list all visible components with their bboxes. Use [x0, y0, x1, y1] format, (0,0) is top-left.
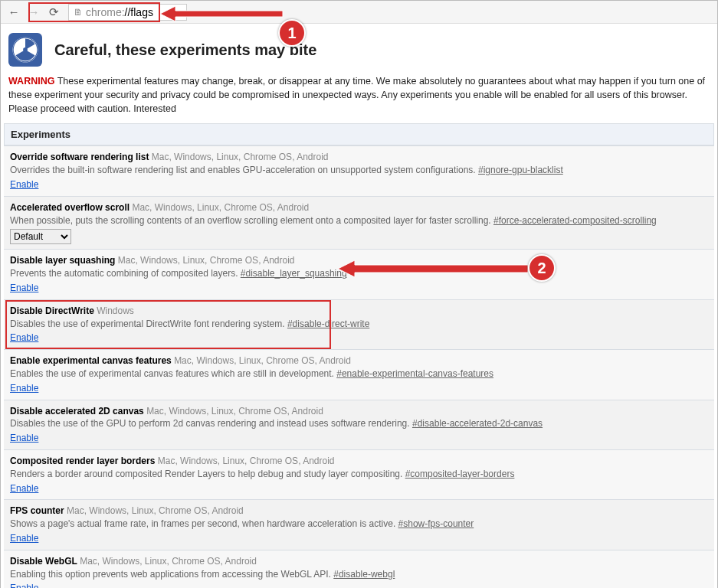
radiation-icon: [8, 33, 42, 67]
experiment-item: Composited render layer borders Mac, Win…: [4, 449, 714, 499]
page-icon: 🗎: [74, 7, 83, 18]
flag-anchor[interactable]: #disable-direct-write: [287, 318, 369, 329]
experiment-title: Disable WebGL: [10, 556, 77, 567]
enable-link[interactable]: Enable: [10, 482, 38, 495]
enable-link[interactable]: Enable: [10, 432, 38, 445]
reload-button[interactable]: ⟳: [45, 4, 62, 21]
experiment-title: Override software rendering list: [10, 152, 149, 162]
url-path: //flags: [125, 6, 153, 18]
annotation-arrow-1: [160, 6, 290, 37]
experiment-item: Disable DirectWrite Windows Disables the…: [4, 299, 714, 349]
warning-text: These experimental features may change, …: [8, 76, 705, 114]
annotation-arrow-2: [338, 259, 529, 279]
experiment-desc: Enables the use of experimental canvas f…: [10, 368, 708, 381]
experiment-title: Disable accelerated 2D canvas: [10, 406, 144, 416]
svg-marker-0: [160, 6, 283, 21]
experiment-title: Enable experimental canvas features: [10, 355, 172, 366]
experiment-platforms: Mac, Windows, Linux, Chrome OS, Android: [67, 505, 244, 516]
annotation-callout-1: 1: [278, 19, 306, 47]
experiment-title: Accelerated overflow scroll: [10, 202, 130, 213]
forward-button[interactable]: →: [25, 4, 42, 21]
warning-block: WARNING These experimental features may …: [1, 74, 717, 123]
enable-link[interactable]: Enable: [10, 178, 38, 191]
experiment-title: Disable DirectWrite: [10, 305, 94, 316]
flag-anchor[interactable]: #disable-webgl: [333, 569, 395, 580]
page-title: Careful, these experiments may bite: [54, 41, 316, 59]
experiment-platforms: Mac, Windows, Linux, Chrome OS, Android: [118, 255, 295, 266]
warning-label: WARNING: [8, 76, 54, 87]
experiment-item: Disable WebGL Mac, Windows, Linux, Chrom…: [4, 550, 714, 588]
browser-toolbar: ← → ⟳ 🗎 chrome://flags: [1, 1, 717, 24]
enable-link[interactable]: Enable: [10, 382, 38, 395]
flag-anchor[interactable]: #force-accelerated-composited-scrolling: [493, 215, 657, 226]
experiment-desc: Shows a page's actual frame rate, in fra…: [10, 518, 708, 531]
experiment-desc: Disables the use of the GPU to perform 2…: [10, 417, 708, 430]
experiment-platforms: Mac, Windows, Linux, Chrome OS, Android: [132, 202, 309, 213]
experiment-item: Accelerated overflow scroll Mac, Windows…: [4, 196, 714, 250]
experiment-platforms: Mac, Windows, Linux, Chrome OS, Android: [152, 152, 329, 162]
experiment-item: Disable accelerated 2D canvas Mac, Windo…: [4, 400, 714, 449]
url-prefix: chrome:: [86, 6, 125, 18]
svg-marker-4: [338, 260, 528, 277]
flag-anchor[interactable]: #enable-experimental-canvas-features: [336, 368, 493, 379]
experiment-platforms: Mac, Windows, Linux, Chrome OS, Android: [174, 355, 351, 366]
flag-anchor[interactable]: #disable-accelerated-2d-canvas: [412, 418, 543, 429]
page-header: Careful, these experiments may bite: [1, 24, 717, 74]
experiment-title: FPS counter: [10, 505, 64, 516]
enable-link[interactable]: Enable: [10, 582, 38, 588]
experiment-desc: When possible, puts the scrolling conten…: [10, 214, 708, 227]
enable-link[interactable]: Enable: [10, 282, 38, 295]
experiment-title: Composited render layer borders: [10, 456, 155, 466]
annotation-callout-2: 2: [528, 254, 556, 282]
flag-anchor[interactable]: #composited-layer-borders: [405, 469, 515, 479]
flag-anchor[interactable]: #show-fps-counter: [398, 518, 474, 529]
experiment-item: Override software rendering list Mac, Wi…: [4, 145, 714, 195]
flag-anchor[interactable]: #disable_layer_squashing: [241, 268, 347, 279]
experiment-desc: Disables the use of experimental DirectW…: [10, 318, 708, 331]
experiment-desc: Enabling this option prevents web applic…: [10, 568, 708, 581]
experiment-platforms: Mac, Windows, Linux, Chrome OS, Android: [146, 406, 323, 416]
back-button[interactable]: ←: [5, 4, 22, 21]
experiment-platforms: Mac, Windows, Linux, Chrome OS, Android: [80, 556, 257, 567]
enable-link[interactable]: Enable: [10, 532, 38, 545]
enable-link[interactable]: Enable: [10, 332, 38, 345]
experiments-heading: Experiments: [4, 123, 714, 145]
experiment-desc: Renders a border around composited Rende…: [10, 468, 708, 481]
experiment-item: FPS counter Mac, Windows, Linux, Chrome …: [4, 499, 714, 549]
option-select[interactable]: Default: [10, 229, 71, 244]
experiment-title: Disable layer squashing: [10, 255, 115, 266]
experiment-platforms: Windows: [97, 305, 134, 316]
experiment-platforms: Mac, Windows, Linux, Chrome OS, Android: [158, 456, 335, 466]
experiments-list: Override software rendering list Mac, Wi…: [4, 145, 714, 588]
experiment-desc: Overrides the built-in software renderin…: [10, 164, 708, 177]
flag-anchor[interactable]: #ignore-gpu-blacklist: [478, 165, 563, 175]
experiment-item: Enable experimental canvas features Mac,…: [4, 349, 714, 399]
